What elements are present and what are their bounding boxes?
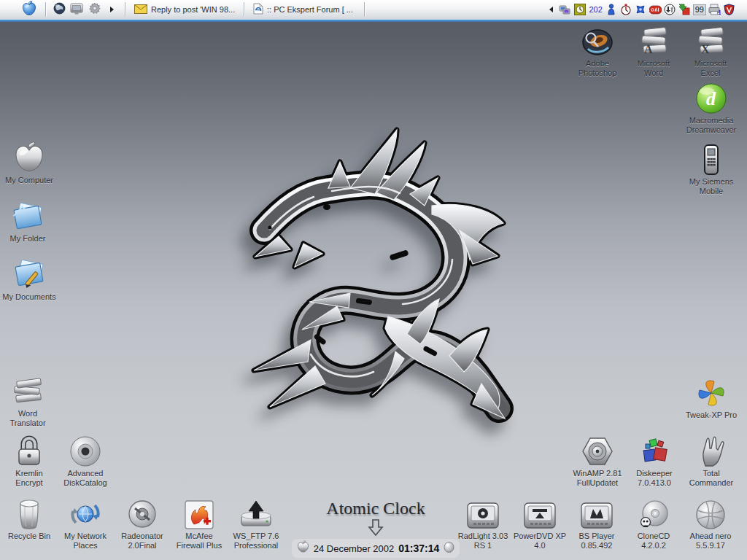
globe-arrows-icon	[69, 496, 102, 530]
desktop-icon-label: RadLight 3.03 RS 1	[458, 532, 508, 551]
desktop-icon-label: Kremlin Encrypt	[15, 469, 42, 488]
getright-icon[interactable]	[678, 4, 691, 16]
disc-lens-icon	[69, 433, 101, 467]
taskbar-window-forum[interactable]: :: PC Ekspert Forum [ ...	[249, 1, 360, 18]
network-computers-icon[interactable]	[559, 4, 571, 16]
desktop-icon-label: Word Translator	[9, 409, 45, 428]
dreamweaver-letter: d	[706, 88, 716, 109]
down-arrow-icon	[292, 518, 460, 537]
shield-icon[interactable]	[723, 4, 735, 16]
taskbar-separator	[364, 2, 365, 17]
system-tray: 202	[545, 2, 747, 17]
word-letter: A	[644, 43, 653, 55]
scheduler-clock-icon[interactable]	[573, 4, 586, 16]
desktop-icon-macromedia-dreamweaver[interactable]: d Macromedia Dreamweaver	[678, 80, 745, 135]
desktop-icon-total-commander[interactable]: Total Commander	[678, 433, 745, 488]
taskbar: Reply to post 'WIN 98... :: PC Ekspert F…	[0, 0, 747, 19]
quicklaunch-expand-button[interactable]	[104, 2, 119, 17]
desktop-icon-label: My Documents	[2, 292, 55, 302]
tray-collapse-button[interactable]	[546, 2, 555, 17]
desktop-icon-label: Diskeeper 7.0.413.0	[636, 469, 673, 488]
media-player-dvd-icon	[522, 496, 557, 530]
blue-cross-icon[interactable]	[635, 4, 647, 16]
stopwatch-icon[interactable]	[620, 4, 632, 16]
desktop-icon-ws-ftp[interactable]: WS_FTP 7.6 Professional	[222, 496, 290, 551]
internet-globe-icon	[53, 2, 66, 17]
small-apple-icon	[297, 540, 309, 556]
desktop-icon-my-folder[interactable]: My Folder	[0, 198, 61, 244]
padlock-icon	[15, 433, 44, 467]
desktop-icon-label: PowerDVD XP 4.0	[514, 532, 566, 551]
documents-folder-icon	[11, 257, 47, 291]
small-sphere-icon	[444, 541, 454, 556]
desktop-icon-label: BS Player 0.85.492	[579, 532, 615, 551]
tray-counter-202: 202	[588, 5, 603, 14]
desktop-icon-label: Adobe Photoshop	[578, 59, 617, 78]
trash-can-icon	[16, 496, 42, 530]
desktop-icon-label: Advanced DiskCatalog	[63, 469, 107, 488]
messenger-person-icon[interactable]	[605, 4, 618, 16]
adobe-photoshop-icon	[581, 23, 614, 58]
gear-icon	[88, 2, 101, 17]
taskbar-separator	[125, 2, 125, 17]
mobile-phone-icon	[703, 141, 720, 176]
desktop-icon-word-translator[interactable]: Word Translator	[0, 373, 61, 428]
ie-document-icon	[253, 3, 263, 16]
clock-date: 24 December 2002	[314, 543, 395, 554]
media-player-eye-icon	[465, 496, 500, 530]
desktop-icon-label: Microsoft Excel	[694, 59, 727, 78]
download-arrows-icon[interactable]	[664, 4, 676, 16]
microsoft-excel-icon: X	[694, 23, 727, 58]
media-player-m-icon	[579, 496, 614, 530]
desktop-icon-label: My Computer	[5, 176, 53, 185]
macromedia-dreamweaver-icon: d	[695, 80, 727, 114]
right-arrow-icon	[110, 7, 114, 12]
display-icon	[70, 3, 83, 17]
clock-date-row: 24 December 2002 01:37:14	[292, 539, 460, 558]
mail-envelope-icon	[134, 4, 147, 15]
clock-time: 01:37:14	[398, 542, 439, 554]
taskbar-window-mail[interactable]: Reply to post 'WIN 98...	[130, 1, 239, 18]
taskbar-separator	[244, 2, 244, 17]
desktop-icon-label: My Siemens Mobile	[689, 177, 734, 196]
taskbar-separator	[45, 2, 46, 17]
speaker-hexagon-icon	[581, 433, 614, 467]
window-title: Reply to post 'WIN 98...	[151, 5, 235, 14]
microsoft-word-icon: A	[637, 23, 670, 58]
apple-menu-button[interactable]	[18, 1, 41, 18]
desktop-icon-my-computer[interactable]: My Computer	[0, 140, 63, 185]
quicklaunch-display-button[interactable]	[69, 2, 84, 17]
folder-icon	[9, 198, 46, 233]
desktop-icon-label: My Folder	[10, 234, 46, 244]
desktop-icon-advanced-diskcatalog[interactable]: Advanced DiskCatalog	[52, 433, 119, 488]
desktop-icon-label: Total Commander	[689, 469, 734, 488]
desktop-icon-my-documents[interactable]: My Documents	[0, 257, 63, 302]
desktop-icon-label: Recycle Bin	[8, 532, 50, 541]
desktop-icon-ahead-nero[interactable]: Ahead nero 5.5.9.17	[677, 496, 744, 551]
quicklaunch-internet-button[interactable]	[52, 2, 66, 17]
desktop-icon-label: Ahead nero 5.5.9.17	[690, 532, 732, 551]
fax-printer-icon[interactable]: 1	[708, 4, 721, 16]
desktop-icon-tweak-xp-pro[interactable]: Tweak-XP Pro	[678, 375, 745, 420]
desktop-icon-label: Macromedia Dreamweaver	[686, 116, 736, 135]
cd-skull-icon	[637, 496, 670, 530]
quicklaunch-settings-button[interactable]	[87, 2, 101, 17]
atomic-clock-widget[interactable]: Atomic Clock 24 December 2002 01:37:14	[292, 499, 460, 558]
desktop-icon-label: McAfee Firewall Plus	[177, 532, 222, 551]
color-cubes-icon	[638, 433, 670, 467]
fax-overlay-digit: 1	[718, 9, 721, 15]
desktop-icon-label: Radeonator 2.0Final	[121, 532, 163, 551]
desktop-icon-label: WS_FTP 7.6 Professional	[233, 532, 279, 551]
desktop: Reply to post 'WIN 98... :: PC Ekspert F…	[0, 0, 747, 560]
ati-icon[interactable]	[649, 4, 662, 16]
metal-ball-icon	[695, 496, 726, 530]
desktop-icon-label: WinAMP 2.81 FullUpdatet	[573, 469, 622, 488]
dragon-wallpaper-art	[241, 121, 525, 427]
atomic-clock-title: Atomic Clock	[292, 499, 460, 518]
flame-square-icon	[184, 496, 214, 530]
pinwheel-icon	[695, 375, 727, 409]
drive-upload-icon	[239, 496, 274, 530]
excel-letter: X	[701, 43, 710, 55]
desktop-icon-my-siemens-mobile[interactable]: My Siemens Mobile	[678, 141, 745, 196]
desktop-icon-microsoft-excel[interactable]: X Microsoft Excel	[677, 23, 744, 78]
